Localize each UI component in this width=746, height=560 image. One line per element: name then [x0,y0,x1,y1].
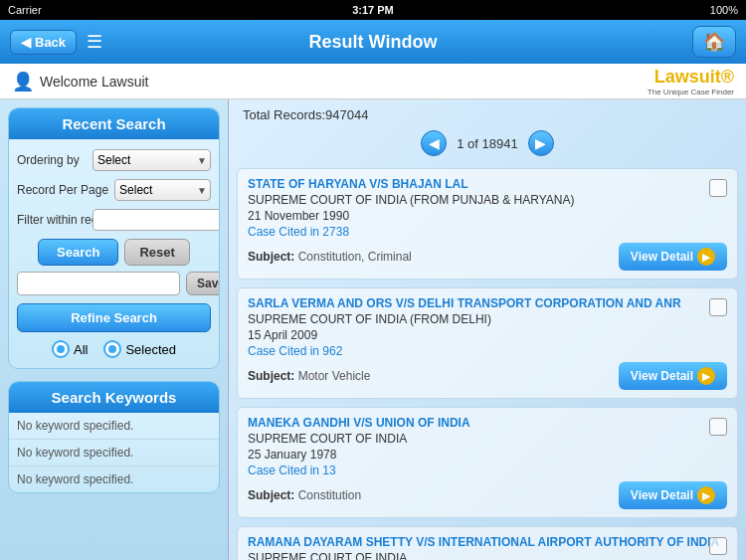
case-court-3: SUPREME COURT OF INDIA [248,432,727,446]
case-subject-1: Subject: Constitution, Criminal [248,250,412,264]
case-checkbox-2[interactable] [709,298,727,316]
record-per-page-row: Record Per Page Select 10 20 50 100 ▼ [17,179,211,201]
search-button[interactable]: Search [38,239,118,266]
case-footer-3: Subject: Constitution View Detail ▶ [248,481,727,509]
save-row: Save [17,272,211,295]
radio-row: All Selected [17,340,211,358]
record-per-page-label: Record Per Page [17,183,108,197]
battery-label: 100% [710,4,738,16]
total-records: Total Records:947044 [229,99,746,126]
view-detail-button-1[interactable]: View Detail ▶ [619,243,727,271]
lawsuit-logo: Lawsuit® The Unique Case Finder [648,67,734,96]
pagination: ◀ 1 of 18941 ▶ [229,126,746,164]
case-footer-1: Subject: Constitution, Criminal View Det… [248,243,727,271]
refine-search-button[interactable]: Refine Search [17,303,211,332]
back-chevron-icon: ◀ [21,35,31,50]
home-button[interactable]: 🏠 [692,26,736,58]
ordering-select[interactable]: Select Date Title Court [93,149,211,171]
case-title-3[interactable]: MANEKA GANDHI V/S UNION OF INDIA [248,416,727,430]
case-cited-1: Case Cited in 2738 [248,225,727,239]
view-detail-arrow-icon-1: ▶ [697,248,715,266]
carrier-label: Carrier [8,4,42,16]
main-layout: Recent Search Ordering by Select Date Ti… [0,99,746,560]
keyword-item-1: No keyword specified. [9,413,219,440]
case-cited-2: Case Cited in 962 [248,344,727,358]
filter-label: Filter within record [17,213,87,227]
ordering-label: Ordering by [17,153,87,167]
reset-button[interactable]: Reset [124,239,189,266]
radio-all[interactable]: All [52,340,88,358]
nav-bar: ◀ Back ☰ Result Window 🏠 [0,20,746,64]
case-entry-2: SARLA VERMA AND ORS V/S DELHI TRANSPORT … [237,287,738,399]
case-checkbox-3[interactable] [709,418,727,436]
case-title-4[interactable]: RAMANA DAYARAM SHETTY V/S INTERNATIONAL … [248,535,727,549]
left-panel: Recent Search Ordering by Select Date Ti… [0,99,229,560]
filter-row: Filter within record [17,209,211,231]
view-detail-arrow-icon-2: ▶ [697,367,715,385]
user-icon: 👤 [12,71,34,93]
case-title-1[interactable]: STATE OF HARYANA V/S BHAJAN LAL [248,177,727,191]
record-per-page-select[interactable]: Select 10 20 50 100 [114,179,211,201]
case-date-1: 21 November 1990 [248,209,727,223]
radio-selected[interactable]: Selected [103,340,176,358]
recent-search-body: Ordering by Select Date Title Court ▼ Re… [9,139,219,368]
right-panel: Total Records:947044 ◀ 1 of 18941 ▶ STAT… [229,99,746,560]
case-footer-2: Subject: Motor Vehicle View Detail ▶ [248,362,727,390]
keyword-item-2: No keyword specified. [9,440,219,467]
case-court-2: SUPREME COURT OF INDIA (FROM DELHI) [248,312,727,326]
page-info: 1 of 18941 [457,136,517,151]
case-checkbox-1[interactable] [709,179,727,197]
menu-icon[interactable]: ☰ [87,31,102,53]
search-reset-row: Search Reset [17,239,211,266]
case-entry-3: MANEKA GANDHI V/S UNION OF INDIA SUPREME… [237,407,738,518]
filter-input[interactable] [93,209,220,231]
ordering-select-wrapper: Select Date Title Court ▼ [93,149,211,171]
save-input[interactable] [17,272,180,295]
view-detail-button-2[interactable]: View Detail ▶ [619,362,727,390]
back-button[interactable]: ◀ Back [10,30,77,55]
save-button[interactable]: Save [186,272,220,295]
case-checkbox-4[interactable] [709,537,727,555]
status-bar: Carrier 3:17 PM 100% [0,0,746,20]
view-detail-arrow-icon-3: ▶ [697,486,715,504]
keyword-item-3: No keyword specified. [9,467,219,492]
radio-selected-circle [103,340,121,358]
case-subject-2: Subject: Motor Vehicle [248,369,370,383]
record-per-page-select-wrapper: Select 10 20 50 100 ▼ [114,179,211,201]
time-label: 3:17 PM [352,4,394,16]
case-subject-3: Subject: Constitution [248,488,361,502]
case-entry-4: RAMANA DAYARAM SHETTY V/S INTERNATIONAL … [237,526,738,560]
prev-page-button[interactable]: ◀ [421,130,447,156]
nav-title: Result Window [309,32,438,53]
next-page-button[interactable]: ▶ [528,130,554,156]
case-court-1: SUPREME COURT OF INDIA (FROM PUNJAB & HA… [248,193,727,207]
case-cited-3: Case Cited in 13 [248,464,727,477]
case-date-2: 15 April 2009 [248,328,727,342]
welcome-text: 👤 Welcome Lawsuit [12,71,148,93]
ordering-row: Ordering by Select Date Title Court ▼ [17,149,211,171]
search-keywords-section: Search Keywords No keyword specified. No… [8,381,220,493]
search-keywords-header: Search Keywords [9,382,219,413]
recent-search-section: Recent Search Ordering by Select Date Ti… [8,107,220,369]
view-detail-button-3[interactable]: View Detail ▶ [619,481,727,509]
recent-search-header: Recent Search [9,108,219,139]
radio-all-circle [52,340,70,358]
case-court-4: SUPREME COURT OF INDIA [248,551,727,560]
welcome-bar: 👤 Welcome Lawsuit Lawsuit® The Unique Ca… [0,64,746,99]
case-title-2[interactable]: SARLA VERMA AND ORS V/S DELHI TRANSPORT … [248,296,727,310]
case-entry-1: STATE OF HARYANA V/S BHAJAN LAL SUPREME … [237,168,738,280]
keywords-list: No keyword specified. No keyword specifi… [9,413,219,492]
case-date-3: 25 January 1978 [248,448,727,462]
